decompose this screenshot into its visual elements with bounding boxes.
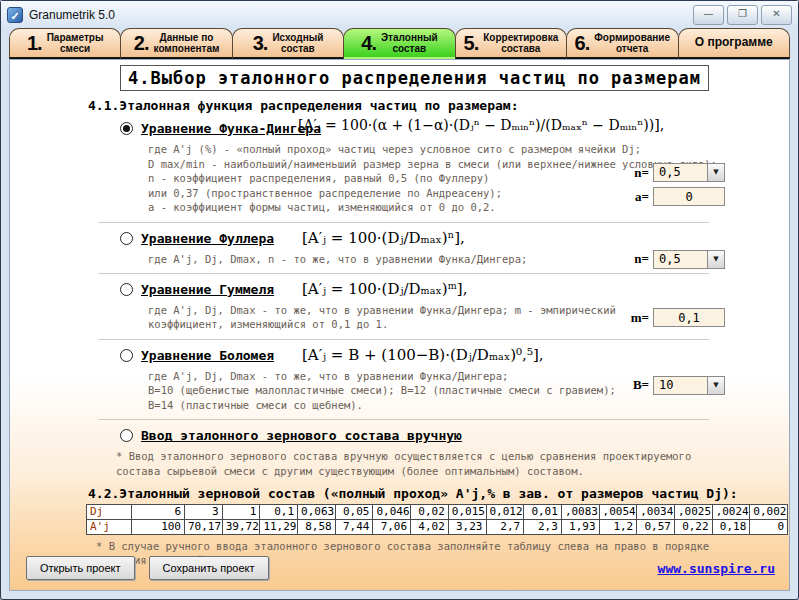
table-cell[interactable]: 7,44: [335, 519, 373, 534]
equation-name[interactable]: Уравнение Гуммеля: [141, 282, 274, 297]
table-cell[interactable]: 0,05: [335, 504, 373, 519]
table-cell[interactable]: 1: [222, 504, 260, 519]
a-input[interactable]: [653, 187, 725, 206]
table-cell[interactable]: ,0024: [712, 504, 750, 519]
tab-number: 4.: [361, 33, 376, 53]
radio-bolomey[interactable]: [120, 349, 133, 362]
formula-fuller: [A′ⱼ = 100·(Dⱼ/Dₘₐₓ)ⁿ],: [302, 229, 465, 247]
n-dropdown[interactable]: 0,5 ▼: [653, 163, 725, 182]
formula-bolomey: [A′ⱼ = B + (100−B)·(Dⱼ/Dₘₐₓ)⁰,⁵],: [302, 346, 544, 364]
table-cell[interactable]: ,0034: [637, 504, 675, 519]
table-cell[interactable]: 8,58: [298, 519, 336, 534]
equation-fuller: Уравнение Фуллера [A′ⱼ = 100·(Dⱼ/Dₘₐₓ)ⁿ]…: [10, 223, 789, 273]
tab-number: 6.: [575, 33, 590, 53]
tab-5-korrektirovka-sostava[interactable]: 5. Корректировкасостава: [455, 28, 567, 59]
table-cell[interactable]: 0: [750, 519, 788, 534]
tab-label: Исходныйсостав: [272, 32, 323, 55]
n-dropdown-value: 0,5: [654, 251, 707, 268]
b-dropdown[interactable]: 10 ▼: [653, 376, 725, 395]
row-header-dj: Dj: [87, 504, 132, 519]
table-cell[interactable]: 3: [185, 504, 223, 519]
section-4-1-heading: 4.1.Эталонная функция распределения част…: [88, 98, 789, 113]
radio-fuller[interactable]: [120, 232, 133, 245]
manual-entry-label[interactable]: Ввод эталонного зернового состава вручну…: [141, 428, 462, 443]
row-header-aj: A'j: [87, 519, 132, 534]
tab-label: О программе: [695, 36, 773, 50]
table-cell[interactable]: 0,046: [373, 504, 411, 519]
param-label-n: n=: [634, 165, 649, 181]
tab-label: Корректировкасостава: [483, 32, 558, 55]
tab-3-ishodny-sostav[interactable]: 3. Исходныйсостав: [232, 28, 344, 59]
manual-entry-note: * Ввод эталонного зернового состава вруч…: [116, 449, 719, 478]
table-cell[interactable]: 6: [132, 504, 185, 519]
table-cell[interactable]: 0,01: [524, 504, 562, 519]
table-cell[interactable]: 0,015: [448, 504, 486, 519]
table-cell[interactable]: 7,06: [373, 519, 411, 534]
tab-4-etalonny-sostav[interactable]: 4. Эталонныйсостав: [343, 28, 455, 59]
tab-number: 2.: [134, 33, 149, 53]
minimize-icon[interactable]: —: [693, 5, 724, 25]
bottom-bar: Открыть проект Сохранить проект: [26, 556, 269, 580]
table-cell[interactable]: 0,22: [674, 519, 712, 534]
window-controls: — ❐ ✕: [693, 5, 792, 25]
tab-number: 5.: [464, 33, 479, 53]
tab-label: Параметрысмеси: [47, 32, 104, 55]
page-title: 4.Выбор эталонного распределения частиц …: [120, 65, 709, 91]
table-cell[interactable]: 0,002: [750, 504, 788, 519]
table-cell[interactable]: 1,2: [599, 519, 637, 534]
table-cell[interactable]: 4,02: [411, 519, 449, 534]
main-content: 4.Выбор эталонного распределения частиц …: [9, 59, 790, 591]
radio-hummel[interactable]: [120, 283, 133, 296]
chevron-down-icon[interactable]: ▼: [707, 377, 724, 394]
table-row-dj: Dj 6310,10,0630,050,0460,020,0150,0120,0…: [87, 504, 788, 519]
open-project-button[interactable]: Открыть проект: [26, 556, 135, 580]
chevron-down-icon[interactable]: ▼: [707, 164, 724, 181]
m-input[interactable]: [653, 308, 725, 327]
tab-about-program[interactable]: О программе: [678, 28, 790, 59]
radio-funk-dinger[interactable]: [120, 122, 133, 135]
tab-bar: 1. Параметрысмеси 2. Данные покомпонента…: [1, 28, 798, 59]
tab-number: 3.: [253, 33, 268, 53]
section-4-2-heading: 4.2.Эталонный зерновой состав («полный п…: [88, 486, 789, 501]
table-cell[interactable]: 0,012: [486, 504, 524, 519]
app-icon: ✓: [7, 7, 23, 23]
param-label-m: m=: [631, 310, 649, 326]
table-cell[interactable]: 0,063: [298, 504, 336, 519]
table-cell[interactable]: 70,17: [185, 519, 223, 534]
sunspire-link[interactable]: www.sunspire.ru: [658, 561, 775, 576]
table-cell[interactable]: 2,3: [524, 519, 562, 534]
close-icon[interactable]: ✕: [761, 5, 792, 25]
table-cell[interactable]: 11,29: [260, 519, 298, 534]
table-cell[interactable]: ,0025: [674, 504, 712, 519]
tab-2-dannye-po-komponentam[interactable]: 2. Данные покомпонентам: [120, 28, 232, 59]
table-cell[interactable]: 0,18: [712, 519, 750, 534]
n-dropdown-value: 0,5: [654, 164, 707, 181]
n-dropdown-fuller[interactable]: 0,5 ▼: [653, 250, 725, 269]
equation-name[interactable]: Уравнение Боломея: [141, 348, 274, 363]
table-cell[interactable]: 0,02: [411, 504, 449, 519]
table-cell[interactable]: 2,7: [486, 519, 524, 534]
formula-funk-dinger: [A′ⱼ = 100·(α + (1−α)·(Dⱼⁿ − Dₘᵢₙⁿ)/(Dₘₐ…: [298, 117, 664, 133]
table-row-aj: A'j 10070,1739,7211,298,587,447,064,023,…: [87, 519, 788, 534]
table-cell[interactable]: 3,23: [448, 519, 486, 534]
window-title: Granumetrik 5.0: [29, 8, 115, 22]
tab-1-parametry-smesi[interactable]: 1. Параметрысмеси: [9, 28, 121, 59]
title-bar: ✓ Granumetrik 5.0 — ❐ ✕: [1, 1, 798, 28]
table-cell[interactable]: ,0054: [599, 504, 637, 519]
radio-manual-entry[interactable]: [120, 429, 133, 442]
equation-name[interactable]: Уравнение Функа-Дингера: [141, 121, 321, 136]
table-cell[interactable]: ,0083: [561, 504, 599, 519]
chevron-down-icon[interactable]: ▼: [707, 251, 724, 268]
maximize-icon[interactable]: ❐: [727, 5, 758, 25]
equation-name[interactable]: Уравнение Фуллера: [141, 231, 274, 246]
table-cell[interactable]: 0,57: [637, 519, 675, 534]
table-cell[interactable]: 1,93: [561, 519, 599, 534]
tab-6-formirovanie-otcheta[interactable]: 6. Формированиеотчета: [566, 28, 678, 59]
tab-label: Формированиеотчета: [594, 32, 670, 55]
table-cell[interactable]: 39,72: [222, 519, 260, 534]
tab-label: Данные покомпонентам: [154, 32, 220, 55]
table-cell[interactable]: 100: [132, 519, 185, 534]
equation-bolomey: Уравнение Боломея [A′ⱼ = B + (100−B)·(Dⱼ…: [10, 340, 789, 419]
save-project-button[interactable]: Сохранить проект: [149, 556, 269, 580]
table-cell[interactable]: 0,1: [260, 504, 298, 519]
